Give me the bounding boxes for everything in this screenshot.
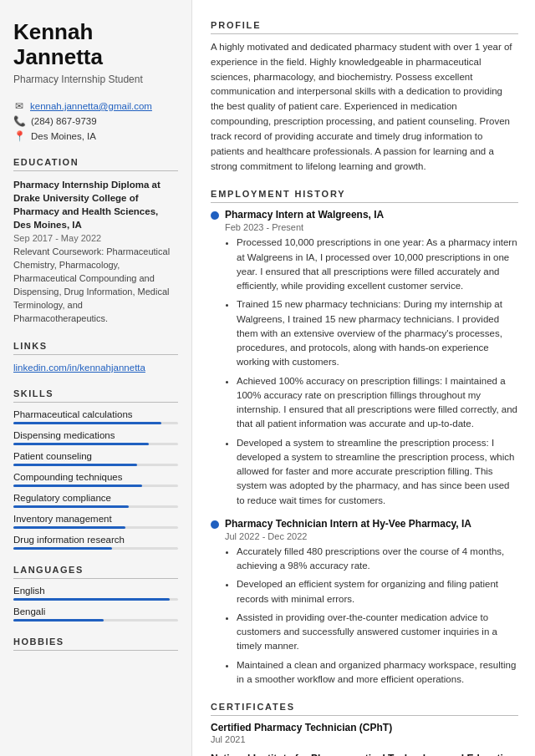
jobs-list: Pharmacy Intern at Walgreens, IA Feb 202… [211, 209, 518, 687]
language-bar-bg [13, 619, 178, 622]
education-degree: Pharmacy Internship Diploma at Drake Uni… [13, 178, 178, 231]
cert-name: National Institute for Pharmaceutical Te… [211, 753, 518, 756]
cert-date: Jul 2021 [211, 734, 518, 744]
skill-bar-bg [13, 443, 178, 445]
certificates-section-title: Certificates [211, 702, 518, 716]
education-section-title: Education [13, 157, 178, 171]
skill-bar-fill [13, 526, 125, 529]
profile-section-title: Profile [211, 20, 518, 34]
coursework-text: Pharmaceutical Chemistry, Pharmacology, … [13, 246, 170, 323]
candidate-name: Kennah Jannetta [13, 20, 178, 70]
skill-bar-bg [13, 505, 178, 508]
job-header: Pharmacy Intern at Walgreens, IA [211, 209, 518, 221]
job-block: Pharmacy Intern at Walgreens, IA Feb 202… [211, 209, 518, 508]
cert-block: Certified Pharmacy Technician (CPhT) Jul… [211, 722, 518, 744]
education-section: Education Pharmacy Internship Diploma at… [13, 157, 178, 326]
job-dot [211, 520, 219, 529]
skill-label: Dispensing medications [13, 430, 178, 440]
skill-item: Pharmaceutical calculations [13, 409, 178, 424]
skill-bar-bg [13, 547, 178, 550]
language-bar-fill [13, 619, 104, 622]
languages-section-title: Languages [13, 565, 178, 579]
skill-label: Regulatory compliance [13, 493, 178, 503]
links-section-title: Links [13, 341, 178, 355]
cert-block: National Institute for Pharmaceutical Te… [211, 753, 518, 756]
skill-item: Drug information research [13, 535, 178, 550]
job-dot [211, 211, 219, 220]
skill-label: Drug information research [13, 535, 178, 545]
skill-bar-bg [13, 526, 178, 529]
main-content: Profile A highly motivated and dedicated… [192, 0, 535, 756]
skill-bar-fill [13, 464, 137, 466]
skill-bar-fill [13, 485, 142, 487]
cert-name: Certified Pharmacy Technician (CPhT) [211, 722, 518, 733]
skill-bar-bg [13, 422, 178, 424]
job-title: Pharmacy Technician Intern at Hy-Vee Pha… [225, 518, 471, 530]
contact-location: 📍 Des Moines, IA [13, 130, 178, 142]
candidate-title: Pharmacy Internship Student [13, 74, 178, 85]
skill-bar-bg [13, 464, 178, 466]
skill-bar-fill [13, 422, 161, 424]
job-date: Jul 2022 - Dec 2022 [225, 531, 518, 541]
language-item: English [13, 586, 178, 601]
job-bullet: Assisted in providing over-the-counter m… [237, 611, 518, 654]
job-header: Pharmacy Technician Intern at Hy-Vee Pha… [211, 518, 518, 530]
skill-bar-fill [13, 505, 129, 508]
job-bullet: Developed a system to streamline the pre… [237, 436, 518, 508]
coursework-label: Relevant Coursework: [13, 246, 104, 256]
resume-container: Kennah Jannetta Pharmacy Internship Stud… [0, 0, 535, 756]
certificates-section: Certificates Certified Pharmacy Technici… [211, 702, 518, 756]
job-bullet: Processed 10,000 prescriptions in one ye… [237, 236, 518, 293]
profile-text: A highly motivated and dedicated pharmac… [211, 40, 518, 174]
job-date: Feb 2023 - Present [225, 222, 518, 232]
job-bullet: Accurately filled 480 prescriptions over… [237, 545, 518, 574]
links-section: Links linkedin.com/in/kennahjannetta [13, 341, 178, 373]
education-coursework: Relevant Coursework: Pharmaceutical Chem… [13, 246, 178, 326]
languages-section: Languages English Bengali [13, 565, 178, 622]
language-bar-bg [13, 598, 178, 601]
language-item: Bengali [13, 606, 178, 622]
phone-icon: 📞 [13, 115, 26, 127]
hobbies-section-title: Hobbies [13, 637, 178, 651]
contact-email: ✉ kennah.jannetta@gmail.com [13, 100, 178, 112]
location-text: Des Moines, IA [31, 131, 96, 141]
job-bullets: Accurately filled 480 prescriptions over… [225, 545, 518, 687]
skill-item: Compounding techniques [13, 472, 178, 487]
employment-section-title: Employment History [211, 189, 518, 203]
hobbies-section: Hobbies [13, 637, 178, 651]
job-block: Pharmacy Technician Intern at Hy-Vee Pha… [211, 518, 518, 687]
linkedin-link-item: linkedin.com/in/kennahjannetta [13, 362, 178, 373]
skill-label: Pharmaceutical calculations [13, 409, 178, 419]
profile-section: Profile A highly motivated and dedicated… [211, 20, 518, 174]
skill-item: Regulatory compliance [13, 493, 178, 508]
skills-list: Pharmaceutical calculations Dispensing m… [13, 409, 178, 550]
skill-bar-fill [13, 443, 149, 445]
skill-label: Patient counseling [13, 451, 178, 461]
contact-block: ✉ kennah.jannetta@gmail.com 📞 (284) 867-… [13, 100, 178, 142]
email-icon: ✉ [13, 100, 25, 112]
email-link[interactable]: kennah.jannetta@gmail.com [30, 101, 152, 111]
skill-label: Compounding techniques [13, 472, 178, 482]
skill-item: Patient counseling [13, 451, 178, 466]
languages-list: English Bengali [13, 586, 178, 622]
skill-item: Inventory management [13, 514, 178, 529]
skill-bar-fill [13, 547, 112, 550]
certs-list: Certified Pharmacy Technician (CPhT) Jul… [211, 722, 518, 756]
job-bullet: Trained 15 new pharmacy technicians: Dur… [237, 297, 518, 369]
contact-phone: 📞 (284) 867-9739 [13, 115, 178, 127]
language-bar-fill [13, 598, 170, 601]
phone-text: (284) 867-9739 [31, 116, 97, 126]
sidebar: Kennah Jannetta Pharmacy Internship Stud… [0, 0, 192, 756]
location-icon: 📍 [13, 130, 26, 142]
skill-item: Dispensing medications [13, 430, 178, 445]
language-label: Bengali [13, 606, 178, 616]
job-bullet: Achieved 100% accuracy on prescription f… [237, 374, 518, 432]
education-date: Sep 2017 - May 2022 [13, 233, 178, 243]
language-label: English [13, 586, 178, 596]
skills-section: Skills Pharmaceutical calculations Dispe… [13, 388, 178, 550]
skill-label: Inventory management [13, 514, 178, 524]
skill-bar-bg [13, 485, 178, 487]
job-bullet: Maintained a clean and organized pharmac… [237, 658, 518, 688]
linkedin-link[interactable]: linkedin.com/in/kennahjannetta [13, 363, 145, 373]
job-bullet: Developed an efficient system for organi… [237, 577, 518, 606]
